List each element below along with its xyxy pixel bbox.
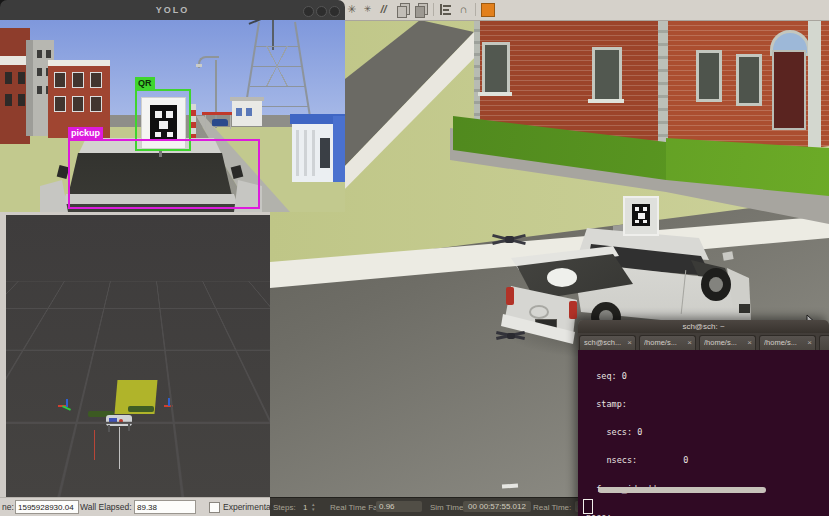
steps-value: 1 — [303, 503, 307, 512]
desktop: ✳ ✳ // ∩ Steps: 1 ▴▾ Real Time Factor: 0… — [0, 0, 829, 516]
terminal-tab-1[interactable]: sch@sch... × — [579, 335, 636, 350]
blue-building — [292, 116, 345, 182]
truck-grille — [739, 304, 750, 313]
horizontal-scrollbar[interactable] — [598, 487, 766, 493]
awning-leg — [205, 115, 206, 129]
window-minimize-button[interactable] — [303, 6, 314, 17]
tab-label: /home/s... — [704, 338, 744, 347]
window-sill — [588, 99, 624, 103]
terminal-titlebar[interactable]: sch@sch: ~ — [578, 320, 829, 333]
snap-icon[interactable]: ∩ — [456, 2, 471, 17]
terminal-title: sch@sch: ~ — [682, 322, 724, 331]
yolo-camera-image: QR pickup — [0, 20, 345, 212]
rviz-grid — [6, 215, 270, 281]
terminal-line: nsecs: 0 — [586, 456, 704, 465]
toolbar-separator — [475, 3, 476, 16]
detection-label-pickup: pickup — [68, 127, 103, 140]
steps-spinner[interactable]: ▴▾ — [312, 502, 320, 513]
terminal-line: secs: 0 — [586, 428, 704, 437]
terminal-line: seq: 0 — [586, 372, 704, 381]
drone-2 — [496, 328, 526, 344]
tail-light — [569, 301, 577, 319]
sim-time-value: 00 00:57:55.012 — [463, 501, 531, 512]
bed-dome-cargo — [547, 268, 577, 287]
terminal-tabbar: sch@sch... × /home/s... × /home/s... × /… — [578, 333, 829, 350]
wheel-rim — [709, 277, 723, 292]
terminal-line: stamp: — [586, 400, 704, 409]
building-window — [592, 47, 622, 103]
wall-time-label: ne: — [2, 502, 14, 512]
sun-light-icon[interactable]: ✳ — [344, 2, 359, 17]
tab-label: sch@sch... — [584, 338, 624, 347]
terminal-tab-partial[interactable] — [819, 335, 829, 350]
yolo-window: YOLO — [0, 0, 345, 212]
side-mirror — [722, 251, 733, 261]
tab-close-icon[interactable]: × — [807, 338, 812, 347]
aruco-marker-board — [623, 196, 659, 236]
window-sill — [478, 92, 512, 96]
terminal-tab-4[interactable]: /home/s... × — [759, 335, 816, 350]
align-icon[interactable] — [438, 2, 453, 17]
street-lamp — [196, 56, 220, 128]
blue-car — [212, 119, 228, 126]
building-column — [808, 20, 821, 160]
rviz-viewport[interactable] — [6, 215, 270, 497]
detection-box-pickup: pickup — [68, 139, 260, 209]
detection-label-qr: QR — [135, 77, 155, 90]
rtf-value: 0.96 — [376, 501, 422, 512]
window-maximize-button[interactable] — [316, 6, 327, 17]
paste-icon[interactable] — [414, 2, 429, 17]
edge-quoins — [474, 20, 480, 132]
experimental-checkbox[interactable] — [209, 502, 220, 513]
terminal-tab-3[interactable]: /home/s... × — [699, 335, 756, 350]
wall-time-value[interactable]: 1595928930.04 — [15, 500, 79, 514]
insert-model-icon[interactable] — [480, 2, 495, 17]
tab-label: /home/s... — [644, 338, 684, 347]
building-window — [736, 54, 762, 106]
tab-close-icon[interactable]: × — [747, 338, 752, 347]
copy-icon[interactable] — [396, 2, 411, 17]
awning-leg — [230, 115, 231, 129]
toolbar-separator — [433, 3, 434, 16]
light-rays-icon[interactable]: // — [376, 2, 391, 17]
tab-label: /home/s... — [764, 338, 804, 347]
terminal-tab-2[interactable]: /home/s... × — [639, 335, 696, 350]
aruco-marker — [632, 204, 650, 226]
drone-1 — [492, 230, 528, 250]
drone-model — [46, 385, 206, 485]
steps-label: Steps: — [273, 503, 296, 512]
tailgate-badge — [529, 305, 549, 319]
sim-time-label: Sim Time: — [430, 503, 466, 512]
tab-close-icon[interactable]: × — [627, 338, 632, 347]
yolo-titlebar[interactable]: YOLO — [0, 0, 345, 20]
striped-sign — [191, 104, 196, 142]
yolo-window-title: YOLO — [156, 5, 190, 15]
experimental-label: Experimental — [223, 502, 273, 512]
road-marking — [502, 483, 518, 488]
building-window — [696, 50, 722, 102]
real-time-label: Real Time: — [533, 503, 571, 512]
tab-close-icon[interactable]: × — [687, 338, 692, 347]
white-house — [232, 100, 262, 126]
rviz-statusbar: ne: 1595928930.04 Wall Elapsed: 89.38 Ex… — [0, 497, 270, 516]
tail-light — [506, 287, 514, 305]
gazebo-toolbar: ✳ ✳ // ∩ — [270, 0, 829, 21]
rviz-panel: ne: 1595928930.04 Wall Elapsed: 89.38 Ex… — [0, 212, 270, 516]
building-window — [482, 42, 510, 96]
building-door — [772, 50, 806, 130]
window-close-button[interactable] — [329, 6, 340, 17]
real-time-cursor-box[interactable] — [583, 499, 593, 514]
wall-elapsed-label: Wall Elapsed: — [80, 502, 132, 512]
wall-elapsed-value[interactable]: 89.38 — [134, 500, 196, 514]
spot-light-icon[interactable]: ✳ — [360, 2, 375, 17]
